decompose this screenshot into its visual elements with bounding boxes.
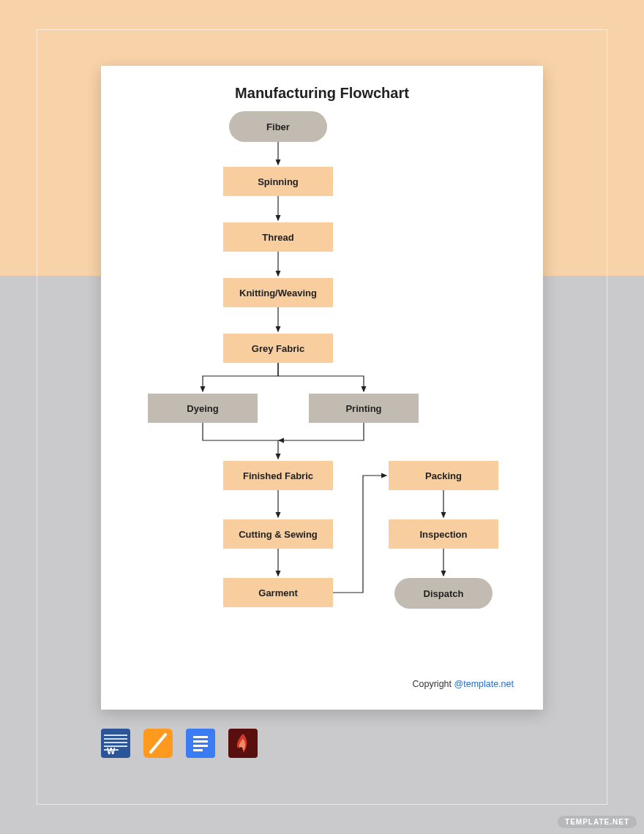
word-icon[interactable]: W	[101, 729, 130, 758]
node-inspection: Inspection	[389, 519, 498, 549]
svg-rect-9	[104, 735, 127, 736]
node-dispatch: Dispatch	[394, 578, 493, 609]
svg-rect-11	[104, 742, 127, 743]
svg-rect-18	[193, 740, 208, 743]
format-icons-row: W	[101, 729, 258, 758]
svg-rect-17	[193, 736, 208, 738]
copyright-line: Copyright @template.net	[413, 679, 514, 689]
node-fiber: Fiber	[229, 111, 327, 142]
node-garment: Garment	[223, 578, 333, 607]
node-dyeing: Dyeing	[148, 394, 258, 423]
pdf-icon[interactable]	[228, 729, 258, 758]
node-cutting-sewing: Cutting & Sewing	[223, 519, 333, 549]
page-title: Manufacturing Flowchart	[101, 85, 543, 102]
svg-rect-19	[193, 745, 208, 747]
svg-rect-10	[104, 738, 127, 740]
copyright-link[interactable]: @template.net	[454, 679, 514, 689]
gdocs-icon[interactable]	[186, 729, 215, 758]
document-page: Manufacturing Flowchart Fiber Spinning T…	[101, 66, 543, 710]
svg-text:W: W	[107, 746, 116, 756]
svg-rect-20	[193, 749, 203, 751]
flow-connectors	[101, 66, 543, 710]
pages-icon[interactable]	[143, 729, 173, 758]
node-knitting-weaving: Knitting/Weaving	[223, 278, 333, 307]
watermark-badge: TEMPLATE.NET	[558, 816, 637, 828]
node-packing: Packing	[389, 461, 498, 490]
node-finished-fabric: Finished Fabric	[223, 461, 333, 490]
node-printing: Printing	[309, 394, 419, 423]
copyright-text: Copyright	[413, 679, 454, 689]
svg-rect-16	[186, 729, 215, 758]
node-thread: Thread	[223, 222, 333, 252]
node-spinning: Spinning	[223, 167, 333, 196]
node-grey-fabric: Grey Fabric	[223, 334, 333, 363]
